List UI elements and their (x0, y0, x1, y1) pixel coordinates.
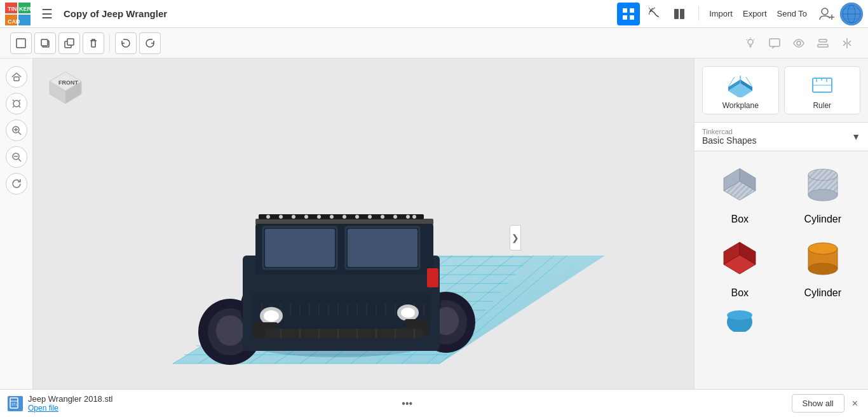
gallery-view-button[interactable] (617, 3, 640, 25)
panel-collapse-handle[interactable]: ❯ (510, 225, 521, 250)
svg-line-43 (18, 132, 21, 135)
svg-text:CAD: CAD (8, 18, 20, 25)
close-notification-button[interactable]: × (850, 395, 860, 412)
shape-label-box-gray: Box (731, 214, 749, 225)
shape-item-box-gray[interactable]: Box (702, 159, 778, 225)
svg-rect-124 (259, 214, 424, 219)
build-button[interactable]: ⛏ (642, 3, 665, 25)
shapes-category-header[interactable]: Tinkercad Basic Shapes ▼ (695, 123, 868, 151)
svg-rect-9 (623, 15, 627, 20)
svg-point-121 (401, 308, 415, 318)
copy-button[interactable] (34, 32, 56, 54)
zoom-in-button[interactable] (6, 120, 27, 141)
add-user-button[interactable] (815, 3, 837, 25)
duplicate-button[interactable] (58, 32, 80, 54)
shape-item-cylinder-orange[interactable]: Cylinder (785, 233, 861, 299)
shape-item-cylinder-gray[interactable]: Cylinder (785, 159, 861, 225)
svg-rect-26 (67, 39, 74, 45)
svg-text:TIN: TIN (8, 6, 17, 12)
svg-line-30 (747, 39, 747, 40)
main-area: FRONT (0, 58, 868, 417)
svg-rect-10 (630, 15, 634, 20)
export-button[interactable]: Export (738, 6, 772, 21)
svg-rect-115 (348, 229, 417, 267)
svg-rect-3 (18, 15, 31, 25)
toolbar (0, 28, 868, 58)
svg-rect-140 (265, 329, 424, 338)
svg-point-83 (216, 315, 244, 346)
shape-item-box-red[interactable]: Box (702, 233, 778, 299)
comment-button[interactable] (764, 32, 785, 54)
svg-point-191 (727, 310, 752, 320)
bottom-notification-bar: STL Jeep Wrangler 2018.stl Open file •••… (0, 389, 868, 417)
shape-item-blue-partial[interactable] (702, 306, 778, 332)
toolbar-separator-1 (109, 34, 110, 52)
delete-button[interactable] (83, 32, 104, 54)
svg-point-128 (304, 215, 308, 219)
svg-point-13 (822, 8, 828, 15)
svg-point-133 (368, 215, 372, 219)
header-right-icons: ⛏ Import Export Send To (617, 3, 863, 25)
open-file-link[interactable]: Open file (28, 404, 391, 413)
svg-line-38 (13, 100, 14, 101)
ruler-label: Ruler (813, 101, 831, 110)
svg-point-27 (748, 39, 753, 44)
file-more-button[interactable]: ••• (397, 395, 417, 412)
shapes-dropdown-arrow[interactable]: ▼ (851, 132, 860, 142)
mirror-button[interactable] (836, 32, 858, 54)
tinkercad-logo[interactable]: TIN KER CAD (5, 3, 31, 25)
redo-button[interactable] (139, 32, 161, 54)
shape-label-cylinder-gray: Cylinder (804, 214, 841, 225)
workplane-tool[interactable]: Workplane (702, 66, 779, 114)
home-view-button[interactable] (6, 66, 27, 88)
svg-rect-37 (13, 100, 20, 107)
left-tools-panel (0, 58, 33, 417)
new-shape-button[interactable] (10, 32, 32, 54)
import-button[interactable]: Import (704, 6, 738, 21)
svg-line-41 (19, 106, 20, 107)
shapes-provider: Tinkercad (702, 128, 851, 135)
user-avatar[interactable] (840, 3, 863, 25)
shapes-category-label: Basic Shapes (702, 135, 851, 146)
fit-view-button[interactable] (6, 93, 27, 114)
list-view-button[interactable]: ☰ (36, 3, 58, 25)
svg-point-126 (279, 215, 283, 219)
svg-rect-34 (818, 44, 828, 47)
workplane-ruler-tools: Workplane Ruler (695, 58, 868, 123)
svg-point-127 (292, 215, 295, 219)
svg-line-39 (19, 100, 20, 101)
file-info: Jeep Wrangler 2018.stl Open file (28, 394, 391, 413)
svg-point-130 (330, 215, 334, 219)
ruler-tool[interactable]: Ruler (784, 66, 861, 114)
canvas-area[interactable]: FRONT (33, 58, 694, 417)
simulation-button[interactable] (668, 3, 691, 25)
shape-label-cylinder-orange: Cylinder (804, 287, 841, 299)
workplane-label: Workplane (722, 101, 759, 110)
svg-point-136 (406, 215, 410, 219)
file-type-icon: STL (8, 396, 23, 411)
svg-rect-33 (819, 39, 827, 42)
svg-rect-8 (630, 8, 634, 13)
svg-rect-22 (17, 39, 25, 48)
svg-rect-122 (427, 268, 438, 287)
3d-scene[interactable] (33, 58, 694, 379)
send-to-button[interactable]: Send To (772, 6, 812, 21)
svg-point-134 (381, 215, 384, 219)
project-title: Copy of Jeep Wrangler (64, 8, 336, 19)
svg-point-131 (342, 215, 346, 219)
view-button[interactable] (788, 32, 810, 54)
shape-label-box-red: Box (731, 287, 749, 299)
undo-button[interactable] (115, 32, 137, 54)
rotate-view-button[interactable] (6, 173, 27, 195)
svg-point-119 (264, 310, 279, 322)
svg-point-132 (355, 215, 359, 219)
svg-rect-7 (623, 8, 627, 13)
svg-point-32 (797, 41, 801, 45)
light-bulb-button[interactable] (740, 32, 761, 54)
svg-line-47 (18, 159, 21, 161)
svg-line-40 (13, 106, 14, 107)
align-button[interactable] (812, 32, 834, 54)
header: TIN KER CAD ☰ Copy of Jeep Wrangler ⛏ (0, 0, 868, 28)
zoom-out-button[interactable] (6, 146, 27, 168)
show-all-button[interactable]: Show all (792, 394, 844, 413)
